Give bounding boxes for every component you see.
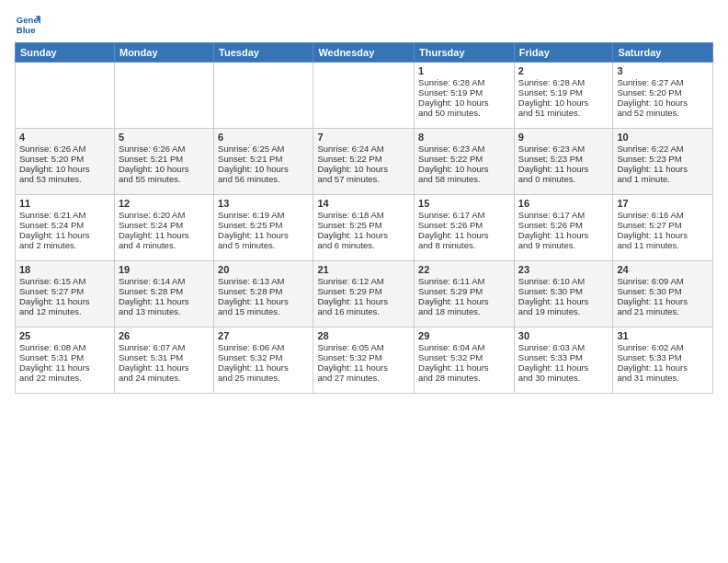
day-number: 2 <box>518 65 609 76</box>
calendar-cell <box>214 63 313 129</box>
cell-text: Sunset: 5:29 PM <box>418 286 510 296</box>
calendar-cell: 16Sunrise: 6:17 AMSunset: 5:26 PMDayligh… <box>514 195 613 261</box>
calendar-cell: 22Sunrise: 6:11 AMSunset: 5:29 PMDayligh… <box>415 261 515 327</box>
day-number: 3 <box>617 65 709 76</box>
cell-text: Sunset: 5:30 PM <box>617 286 709 296</box>
cell-text: Daylight: 11 hours <box>218 296 309 306</box>
calendar-cell: 17Sunrise: 6:16 AMSunset: 5:27 PMDayligh… <box>613 195 713 261</box>
header-row: SundayMondayTuesdayWednesdayThursdayFrid… <box>16 43 713 63</box>
cell-text: Sunset: 5:25 PM <box>218 220 309 230</box>
cell-text: Sunrise: 6:15 AM <box>19 276 110 286</box>
day-number: 15 <box>418 198 510 209</box>
day-number: 23 <box>518 264 609 275</box>
cell-text: and 1 minute. <box>617 174 709 184</box>
calendar-cell <box>114 63 213 129</box>
cell-text: Daylight: 11 hours <box>317 296 410 306</box>
cell-text: Sunset: 5:32 PM <box>218 352 309 362</box>
cell-text: Sunrise: 6:27 AM <box>617 77 709 87</box>
cell-text: Sunset: 5:22 PM <box>418 154 510 164</box>
day-number: 16 <box>518 198 609 209</box>
calendar-cell: 25Sunrise: 6:08 AMSunset: 5:31 PMDayligh… <box>16 327 115 394</box>
calendar-cell: 30Sunrise: 6:03 AMSunset: 5:33 PMDayligh… <box>514 327 613 394</box>
cell-text: Daylight: 11 hours <box>617 230 709 240</box>
cell-text: and 27 minutes. <box>317 373 410 383</box>
calendar-cell: 31Sunrise: 6:02 AMSunset: 5:33 PMDayligh… <box>613 327 713 394</box>
cell-text: Sunset: 5:32 PM <box>418 352 510 362</box>
week-row-3: 11Sunrise: 6:21 AMSunset: 5:24 PMDayligh… <box>16 195 713 261</box>
logo: General Blue <box>15 11 44 37</box>
header-cell-tuesday: Tuesday <box>214 43 313 63</box>
cell-text: Sunset: 5:25 PM <box>317 220 410 230</box>
cell-text: Sunrise: 6:25 AM <box>218 144 309 154</box>
cell-text: Daylight: 11 hours <box>518 230 609 240</box>
cell-text: Sunset: 5:20 PM <box>19 154 110 164</box>
cell-text: and 28 minutes. <box>418 373 510 383</box>
cell-text: Daylight: 11 hours <box>418 230 510 240</box>
day-number: 14 <box>317 198 410 209</box>
cell-text: Daylight: 10 hours <box>19 164 110 174</box>
cell-text: Sunset: 5:24 PM <box>19 220 110 230</box>
cell-text: Sunset: 5:19 PM <box>518 87 609 98</box>
cell-text: Sunset: 5:32 PM <box>317 352 410 362</box>
cell-text: Daylight: 11 hours <box>19 362 110 373</box>
cell-text: and 0 minutes. <box>518 174 609 184</box>
calendar-body: 1Sunrise: 6:28 AMSunset: 5:19 PMDaylight… <box>16 63 713 394</box>
cell-text: and 4 minutes. <box>119 240 210 250</box>
calendar-header: SundayMondayTuesdayWednesdayThursdayFrid… <box>16 43 713 63</box>
week-row-2: 4Sunrise: 6:26 AMSunset: 5:20 PMDaylight… <box>16 129 713 195</box>
cell-text: Sunset: 5:23 PM <box>617 154 709 164</box>
day-number: 7 <box>317 132 410 143</box>
cell-text: Daylight: 11 hours <box>617 296 709 306</box>
cell-text: and 51 minutes. <box>518 108 609 118</box>
cell-text: and 52 minutes. <box>617 108 709 118</box>
cell-text: and 50 minutes. <box>418 108 510 118</box>
day-number: 22 <box>418 264 510 275</box>
day-number: 24 <box>617 264 709 275</box>
cell-text: Sunrise: 6:17 AM <box>518 210 609 220</box>
cell-text: Daylight: 10 hours <box>617 98 709 108</box>
header-cell-monday: Monday <box>114 43 213 63</box>
cell-text: Sunrise: 6:21 AM <box>19 210 110 220</box>
cell-text: Sunset: 5:30 PM <box>518 286 609 296</box>
day-number: 25 <box>19 330 110 341</box>
cell-text: Daylight: 10 hours <box>518 98 609 108</box>
cell-text: Sunset: 5:31 PM <box>119 352 210 362</box>
cell-text: Sunset: 5:31 PM <box>19 352 110 362</box>
cell-text: Sunrise: 6:04 AM <box>418 342 510 352</box>
cell-text: Daylight: 11 hours <box>518 164 609 174</box>
calendar-cell: 4Sunrise: 6:26 AMSunset: 5:20 PMDaylight… <box>16 129 115 195</box>
cell-text: Daylight: 10 hours <box>218 164 309 174</box>
day-number: 28 <box>317 330 410 341</box>
calendar-cell: 9Sunrise: 6:23 AMSunset: 5:23 PMDaylight… <box>514 129 613 195</box>
header-cell-thursday: Thursday <box>415 43 515 63</box>
cell-text: and 5 minutes. <box>218 240 309 250</box>
cell-text: Sunrise: 6:23 AM <box>518 144 609 154</box>
day-number: 6 <box>218 132 309 143</box>
day-number: 9 <box>518 132 609 143</box>
cell-text: and 56 minutes. <box>218 174 309 184</box>
cell-text: Sunrise: 6:17 AM <box>418 210 510 220</box>
cell-text: Daylight: 10 hours <box>119 164 210 174</box>
cell-text: and 24 minutes. <box>119 373 210 383</box>
cell-text: Daylight: 11 hours <box>119 296 210 306</box>
day-number: 29 <box>418 330 510 341</box>
cell-text: Sunrise: 6:19 AM <box>218 210 309 220</box>
cell-text: Sunrise: 6:07 AM <box>119 342 210 352</box>
calendar-cell: 7Sunrise: 6:24 AMSunset: 5:22 PMDaylight… <box>313 129 415 195</box>
cell-text: and 21 minutes. <box>617 306 709 316</box>
cell-text: and 58 minutes. <box>418 174 510 184</box>
cell-text: Daylight: 11 hours <box>518 296 609 306</box>
cell-text: Sunrise: 6:28 AM <box>418 77 510 87</box>
logo-icon: General Blue <box>15 11 40 37</box>
calendar-cell: 11Sunrise: 6:21 AMSunset: 5:24 PMDayligh… <box>16 195 115 261</box>
cell-text: Sunset: 5:26 PM <box>418 220 510 230</box>
calendar-cell: 2Sunrise: 6:28 AMSunset: 5:19 PMDaylight… <box>514 63 613 129</box>
week-row-5: 25Sunrise: 6:08 AMSunset: 5:31 PMDayligh… <box>16 327 713 394</box>
cell-text: Sunset: 5:24 PM <box>119 220 210 230</box>
week-row-4: 18Sunrise: 6:15 AMSunset: 5:27 PMDayligh… <box>16 261 713 327</box>
cell-text: Sunset: 5:19 PM <box>418 87 510 98</box>
cell-text: Daylight: 11 hours <box>218 230 309 240</box>
cell-text: Sunrise: 6:13 AM <box>218 276 309 286</box>
cell-text: Sunrise: 6:23 AM <box>418 144 510 154</box>
cell-text: Daylight: 11 hours <box>418 296 510 306</box>
